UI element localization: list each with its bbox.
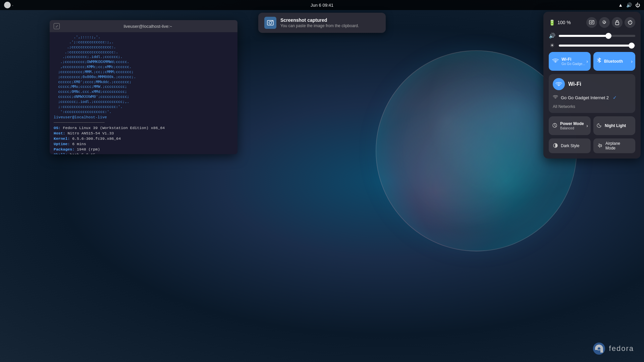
topbar-left: · [4, 2, 13, 8]
topbar: · Jun 6 09:41 ▲ 🔊 ⏻ [0, 0, 644, 10]
settings-button[interactable] [599, 17, 610, 28]
wifi-network-row: Go Go Gadget Internet 2 ✓ [553, 94, 631, 102]
power-mode-label: Power Mode [560, 121, 584, 126]
qs-power-night-row: Power Mode Balanced › Night Light [549, 116, 635, 135]
quick-settings-panel: 🔋 100 % [543, 12, 641, 159]
terminal-title: liveuser@localhost-live:~ [124, 24, 172, 29]
term-ascii-art: .',;::::;,'. .';:cccccccccccc:;,. .;cccc… [54, 35, 143, 40]
power-mode-arrow: › [586, 123, 588, 128]
bluetooth-toggle-icon [597, 57, 601, 66]
wifi-detail-header: Wi-Fi [553, 78, 631, 90]
svg-point-4 [591, 21, 593, 23]
airplane-mode-label: Airplane Mode [605, 141, 631, 150]
terminal-maximize-btn[interactable]: ⤢ [54, 23, 60, 29]
dark-style-label: Dark Style [561, 143, 579, 148]
night-light-button[interactable]: Night Light [593, 116, 635, 135]
qs-top-row: 🔋 100 % [549, 17, 635, 28]
notification-icon [264, 17, 276, 29]
qs-top-icons [586, 17, 635, 28]
battery-indicator: 🔋 100 % [549, 19, 571, 26]
wifi-all-networks-link[interactable]: All Networks [553, 104, 631, 109]
wifi-connected-check: ✓ [613, 95, 617, 100]
svg-rect-2 [272, 21, 273, 21]
svg-point-1 [269, 21, 272, 24]
wifi-toggle-icon [552, 58, 559, 65]
app-menu-dot [4, 2, 11, 8]
volume-slider-row: 🔊 [549, 33, 635, 39]
power-button[interactable] [625, 17, 635, 28]
volume-status-icon[interactable]: 🔊 [626, 2, 632, 8]
dark-style-button[interactable]: Dark Style [549, 138, 591, 153]
svg-rect-5 [593, 21, 593, 21]
bluetooth-toggle-label: Bluetooth [604, 59, 623, 64]
fedora-text: fedora [609, 344, 634, 353]
svg-rect-6 [615, 22, 619, 25]
airplane-mode-button[interactable]: Airplane Mode [593, 138, 635, 153]
power-status-icon[interactable]: ⏻ [635, 2, 640, 8]
screenshot-button[interactable] [586, 17, 597, 28]
power-mode-button[interactable]: Power Mode Balanced › [549, 116, 591, 135]
volume-icon: 🔊 [549, 33, 555, 39]
airplane-mode-icon [597, 143, 603, 149]
brightness-icon: ☀ [549, 42, 555, 49]
qs-actions-row: Dark Style Airplane Mode [549, 138, 635, 153]
app-menu-button[interactable]: · [4, 2, 13, 8]
wifi-toggle-label: Wi-Fi [561, 57, 585, 62]
qs-wifi-bluetooth-row: Wi-Fi Go Go Gadge... › Bluetooth › [549, 52, 635, 71]
app-menu-text: · [12, 3, 13, 8]
wifi-status-icon[interactable]: ▲ [618, 2, 623, 8]
notification-text: Screenshot captured You can paste the im… [280, 17, 359, 28]
fedora-logo: fedora [592, 342, 634, 355]
wifi-detail-icon [553, 78, 565, 90]
night-light-label: Night Light [605, 123, 626, 128]
topbar-right: ▲ 🔊 ⏻ [618, 2, 640, 8]
topbar-clock[interactable]: Jun 6 09:41 [311, 3, 333, 8]
lock-button[interactable] [612, 17, 623, 28]
wifi-toggle-button[interactable]: Wi-Fi Go Go Gadge... › [549, 52, 591, 71]
brightness-slider-row: ☀ [549, 42, 635, 49]
wifi-detail-section: Wi-Fi Go Go Gadget Internet 2 ✓ All Netw… [549, 74, 635, 113]
bluetooth-toggle-button[interactable]: Bluetooth › [593, 52, 635, 71]
battery-icon: 🔋 [549, 19, 555, 26]
volume-slider[interactable] [559, 35, 635, 37]
clock-time: Jun 6 09:41 [311, 3, 333, 8]
wifi-network-icon [553, 95, 558, 100]
dark-style-icon [553, 143, 558, 149]
notification-title: Screenshot captured [280, 17, 359, 23]
wifi-detail-title: Wi-Fi [568, 81, 581, 87]
terminal-titlebar: ⤢ liveuser@localhost-live:~ [50, 20, 237, 32]
brightness-slider[interactable] [559, 45, 635, 47]
wifi-toggle-arrow: › [586, 59, 588, 64]
terminal-body[interactable]: .',;::::;,'. .';:cccccccccccc:;,. .;cccc… [50, 32, 237, 154]
night-light-icon [597, 123, 602, 129]
svg-point-9 [593, 343, 605, 355]
power-mode-sublabel: Balanced [560, 126, 584, 130]
power-mode-icon [552, 123, 557, 129]
terminal-window: ⤢ liveuser@localhost-live:~ .',;::::;,'.… [50, 20, 237, 154]
bluetooth-toggle-arrow: › [631, 59, 633, 64]
notification-message: You can paste the image from the clipboa… [280, 23, 359, 28]
wifi-toggle-sublabel: Go Go Gadge... [561, 62, 585, 66]
wifi-network-name: Go Go Gadget Internet 2 [561, 95, 609, 100]
battery-percentage: 100 % [557, 20, 571, 25]
notification-toast: Screenshot captured You can paste the im… [258, 13, 386, 33]
